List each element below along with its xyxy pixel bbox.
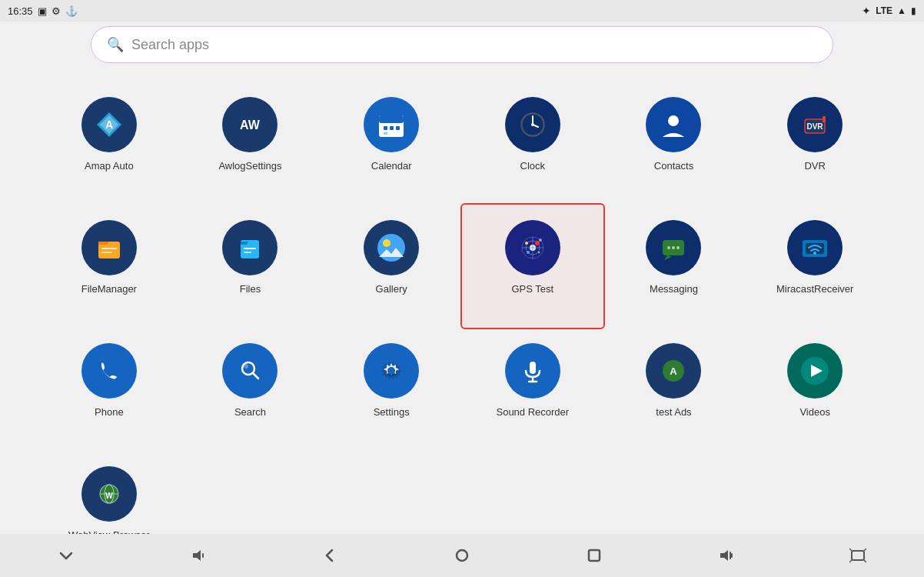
svg-line-82 <box>864 549 866 551</box>
svg-rect-9 <box>384 126 387 130</box>
svg-rect-7 <box>385 112 388 118</box>
app-item-gps-test[interactable]: GPS Test <box>462 205 603 328</box>
search-bar[interactable]: 🔍 Search apps <box>91 26 833 63</box>
app-item-contacts[interactable]: Contacts <box>603 82 745 205</box>
svg-rect-11 <box>396 126 400 130</box>
status-left: 16:35 ▣ ⚙ ⚓ <box>8 5 78 17</box>
svg-text:AW: AW <box>241 118 261 132</box>
svg-point-55 <box>244 364 248 369</box>
nav-chevron-down-button[interactable] <box>51 540 81 571</box>
app-icon-messaging <box>646 220 701 275</box>
search-bar-container[interactable]: 🔍 Search apps <box>91 26 833 63</box>
app-label-test-ads: test Ads <box>656 406 691 419</box>
svg-rect-10 <box>390 126 394 130</box>
signal-icon: ▲ <box>897 5 906 16</box>
time-display: 16:35 <box>8 5 33 17</box>
app-item-videos[interactable]: Videos <box>744 328 886 451</box>
nav-screenshot-button[interactable] <box>843 540 873 571</box>
app-label-sound-recorder: Sound Recorder <box>496 406 569 419</box>
nav-back-button[interactable] <box>314 540 345 571</box>
app-label-phone: Phone <box>95 406 124 419</box>
search-placeholder: Search apps <box>131 37 209 53</box>
lte-icon: LTE <box>876 5 892 16</box>
app-item-amap-auto[interactable]: A Amap Auto <box>38 82 180 205</box>
svg-rect-24 <box>823 116 826 122</box>
svg-point-31 <box>377 234 405 262</box>
svg-line-81 <box>849 549 852 551</box>
app-item-miracast-receiver[interactable]: MiracastReceiver <box>744 205 886 328</box>
app-icon-amap-auto: A <box>81 97 137 152</box>
svg-rect-6 <box>379 115 404 123</box>
app-icon-contacts <box>646 97 701 152</box>
app-item-sound-recorder[interactable]: Sound Recorder <box>462 328 603 451</box>
app-label-gps-test: GPS Test <box>511 283 553 296</box>
svg-marker-73 <box>193 550 201 561</box>
app-item-calendar[interactable]: Calendar <box>321 82 462 205</box>
app-icon-videos <box>787 343 843 399</box>
svg-rect-80 <box>852 551 864 560</box>
app-item-search[interactable]: Search <box>180 328 321 451</box>
app-item-files[interactable]: Files <box>180 205 321 328</box>
app-label-gallery: Gallery <box>376 283 407 296</box>
nav-volume-up-button[interactable] <box>710 540 741 571</box>
nav-bar <box>0 534 924 577</box>
app-label-calendar: Calendar <box>371 160 412 173</box>
svg-rect-8 <box>394 112 397 118</box>
app-item-clock[interactable]: Clock <box>462 82 603 205</box>
svg-rect-60 <box>530 362 536 374</box>
nav-volume-down-button[interactable] <box>183 540 214 571</box>
app-item-messaging[interactable]: Messaging <box>603 205 745 328</box>
svg-line-84 <box>864 560 866 562</box>
svg-point-41 <box>527 251 530 254</box>
app-icon-test-ads: A <box>646 343 701 399</box>
app-icon-phone <box>81 343 137 399</box>
svg-rect-26 <box>101 248 117 249</box>
svg-point-50 <box>813 252 816 255</box>
app-icon-webview-browser-tester: W <box>81 466 137 522</box>
app-item-phone[interactable]: Phone <box>38 328 180 451</box>
app-item-awlog-settings[interactable]: AW AwlogSettings <box>180 82 321 205</box>
svg-marker-77 <box>720 550 728 561</box>
app-item-gallery[interactable]: Gallery <box>321 205 462 328</box>
app-label-settings: Settings <box>374 406 410 419</box>
nav-recents-button[interactable] <box>579 540 610 571</box>
svg-point-43 <box>525 242 528 245</box>
app-icon-sound-recorder <box>505 343 560 399</box>
app-item-settings[interactable]: Settings <box>321 328 462 451</box>
svg-line-83 <box>849 560 852 562</box>
app-label-file-manager: FileManager <box>81 283 137 296</box>
battery-icon: ▮ <box>911 5 916 16</box>
svg-rect-30 <box>244 252 251 253</box>
app-icon-calendar <box>364 97 419 152</box>
status-bar: 16:35 ▣ ⚙ ⚓ ✦ LTE ▲ ▮ <box>0 0 924 22</box>
svg-rect-29 <box>244 248 256 249</box>
app-label-messaging: Messaging <box>650 283 698 296</box>
nav-home-button[interactable] <box>447 540 477 571</box>
svg-point-51 <box>95 357 123 385</box>
app-item-test-ads[interactable]: A test Ads <box>603 328 745 451</box>
svg-text:A: A <box>670 365 678 377</box>
app-icon-awlog-settings: AW <box>222 97 278 152</box>
app-icon-dvr: DVR <box>787 97 843 152</box>
svg-point-45 <box>667 246 670 249</box>
svg-point-32 <box>383 239 391 247</box>
app-grid: A Amap Auto AW AwlogSettings <box>23 74 901 531</box>
app-label-contacts: Contacts <box>654 160 693 173</box>
app-icon-settings <box>364 343 419 399</box>
svg-point-58 <box>387 367 395 375</box>
app-label-awlog-settings: AwlogSettings <box>218 160 281 173</box>
sim-icon: ▣ <box>38 5 47 17</box>
search-icon: 🔍 <box>107 36 124 53</box>
svg-point-47 <box>676 246 680 249</box>
app-item-dvr[interactable]: DVR DVR <box>744 82 886 205</box>
app-label-clock: Clock <box>520 160 546 173</box>
svg-text:W: W <box>105 492 113 500</box>
app-icon-miracast-receiver <box>787 220 843 275</box>
app-label-amap-auto: Amap Auto <box>85 160 134 173</box>
settings-status-icon: ⚙ <box>52 5 61 17</box>
app-icon-search <box>222 343 278 399</box>
app-item-file-manager[interactable]: FileManager <box>38 205 180 328</box>
svg-text:DVR: DVR <box>807 122 824 131</box>
svg-point-42 <box>537 252 540 254</box>
svg-rect-27 <box>101 252 112 253</box>
